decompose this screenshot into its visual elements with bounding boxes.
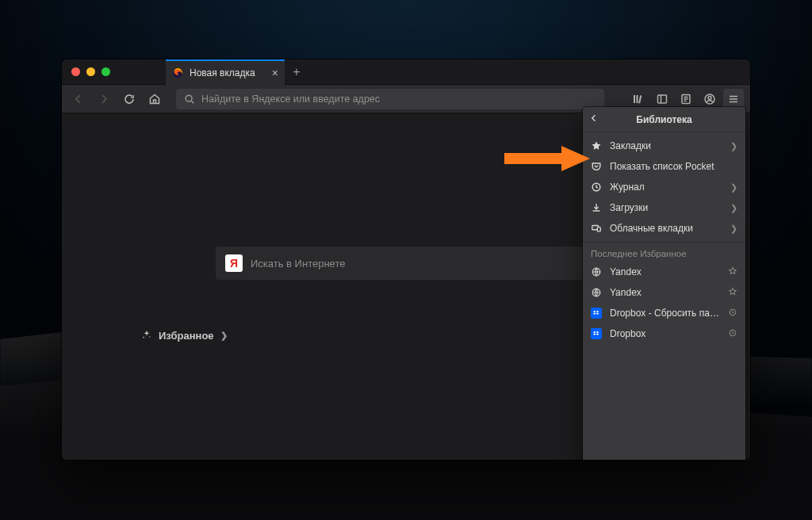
synced-tabs-icon (591, 223, 602, 234)
firefox-favicon-icon (172, 67, 183, 78)
reader-button[interactable] (676, 89, 696, 109)
panel-header: Библиотека (583, 107, 745, 132)
menu-item-label: Показать список Pocket (610, 161, 737, 172)
clock-icon (728, 308, 737, 319)
dropbox-icon (591, 308, 602, 319)
svg-point-8 (708, 96, 711, 99)
globe-icon (591, 266, 602, 277)
back-button[interactable] (68, 89, 89, 109)
favorites-label: Избранное (159, 330, 214, 342)
svg-rect-3 (637, 95, 638, 103)
globe-icon (591, 287, 602, 298)
svg-rect-5 (658, 95, 667, 103)
chevron-right-icon: ❯ (730, 224, 737, 234)
chevron-right-icon: ❯ (730, 141, 737, 151)
menu-item-label: Облачные вкладки (610, 223, 722, 234)
recent-item-label: Dropbox (610, 328, 720, 339)
recent-item-label: Yandex (610, 266, 720, 277)
maximize-window-button[interactable] (102, 67, 110, 76)
url-input[interactable] (201, 94, 596, 105)
panel-back-button[interactable] (589, 113, 599, 125)
new-tab-button[interactable]: + (285, 60, 308, 84)
tab-title: Новая вкладка (190, 67, 255, 78)
svg-rect-13 (597, 228, 600, 231)
clock-icon (728, 328, 737, 339)
close-window-button[interactable] (71, 67, 80, 76)
svg-point-9 (143, 337, 144, 338)
svg-rect-2 (634, 95, 635, 103)
app-menu-button[interactable] (723, 89, 744, 109)
chevron-right-icon: ❯ (220, 331, 228, 341)
library-menu: Закладки ❯ Показать список Pocket Журнал… (583, 132, 745, 243)
home-button[interactable] (144, 89, 165, 109)
history-icon (591, 182, 602, 193)
menu-item-label: Загрузки (610, 202, 722, 213)
window-controls (62, 67, 120, 76)
account-button[interactable] (699, 89, 720, 109)
menu-item-downloads[interactable]: Загрузки ❯ (583, 197, 745, 218)
star-outline-icon (728, 287, 737, 298)
recent-item-label: Dropbox - Сбросить пароль (610, 308, 720, 319)
search-icon (184, 94, 195, 105)
forward-button[interactable] (94, 89, 114, 109)
tab-strip: Новая вкладка × + (62, 59, 750, 85)
minimize-window-button[interactable] (86, 67, 95, 76)
browser-window: Новая вкладка × + (62, 59, 750, 460)
recent-section-label: Последнее Избранное (583, 243, 745, 262)
recent-item[interactable]: Yandex (583, 262, 745, 282)
library-button[interactable] (628, 89, 649, 109)
svg-point-1 (186, 95, 192, 101)
yandex-logo-icon: Я (225, 254, 243, 272)
menu-item-pocket[interactable]: Показать список Pocket (583, 156, 745, 177)
menu-item-history[interactable]: Журнал ❯ (583, 177, 745, 197)
homepage-search-box[interactable]: Я (216, 247, 596, 280)
sparkle-icon (141, 329, 152, 342)
recent-item[interactable]: Yandex (583, 282, 745, 303)
menu-item-bookmarks[interactable]: Закладки ❯ (583, 136, 745, 156)
download-icon (591, 202, 602, 213)
menu-item-label: Журнал (610, 182, 722, 193)
chevron-right-icon: ❯ (730, 203, 737, 213)
panel-title: Библиотека (636, 114, 691, 125)
recent-item-label: Yandex (610, 287, 720, 298)
recent-item[interactable]: Dropbox - Сбросить пароль (583, 303, 745, 323)
library-panel: Библиотека Закладки ❯ Показать список Po… (583, 107, 745, 460)
favorites-section-toggle[interactable]: Избранное ❯ (141, 329, 228, 342)
star-icon (591, 140, 602, 151)
menu-item-synced-tabs[interactable]: Облачные вкладки ❯ (583, 218, 745, 239)
tab-active[interactable]: Новая вкладка × (166, 59, 285, 85)
reload-button[interactable] (119, 89, 140, 109)
dropbox-icon (591, 328, 602, 339)
close-tab-button[interactable]: × (272, 67, 278, 79)
pocket-icon (591, 161, 602, 172)
recent-item[interactable]: Dropbox (583, 323, 745, 344)
menu-item-label: Закладки (610, 140, 722, 151)
recent-list: Yandex Yandex Dropbox - Сбросить пароль … (583, 262, 745, 344)
address-bar[interactable] (176, 89, 604, 109)
homepage-search-input[interactable] (251, 258, 587, 270)
chevron-right-icon: ❯ (730, 182, 737, 193)
star-outline-icon (728, 266, 737, 277)
sidebar-button[interactable] (652, 89, 672, 109)
svg-rect-4 (638, 95, 642, 103)
svg-point-10 (149, 336, 150, 337)
